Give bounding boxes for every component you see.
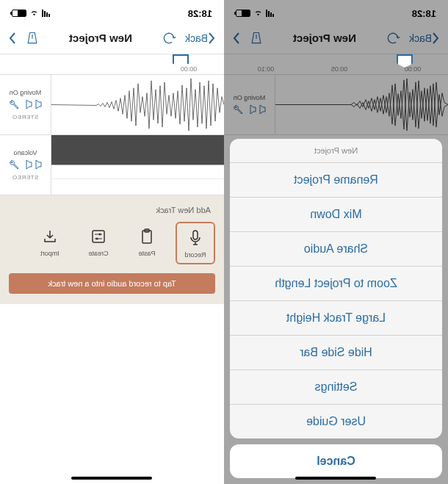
sliders-icon	[88, 226, 109, 247]
svg-point-8	[96, 238, 98, 240]
forward-icon[interactable]	[9, 32, 16, 44]
clipboard-icon	[137, 226, 157, 247]
track-row[interactable]: Moving On STEREO	[0, 75, 224, 135]
wrench-icon[interactable]	[9, 99, 21, 111]
wrench-icon[interactable]	[9, 159, 21, 171]
sheet-hidesidebar[interactable]: Hide Side Bar	[230, 336, 442, 370]
track-mode: STEREO	[12, 174, 39, 181]
sheet-cancel[interactable]: Cancel	[230, 444, 442, 478]
sheet-rename[interactable]: Rename Project	[230, 163, 442, 198]
track-name: Moving On	[10, 89, 42, 96]
svg-point-7	[99, 234, 101, 236]
waveform[interactable]	[51, 135, 224, 195]
create-button[interactable]: Create	[79, 222, 118, 264]
track-row[interactable]: Volcano STEREO	[0, 135, 224, 195]
back-label: Back	[185, 32, 208, 44]
add-buttons: Record Paste Create Import	[9, 222, 215, 264]
tracks-area: Moving On STEREO Volcano	[0, 75, 224, 195]
svg-rect-0	[51, 135, 224, 165]
sheet-trackheight[interactable]: Large Track Height	[230, 301, 442, 336]
add-track-panel: Add New Track Record Paste Create	[0, 195, 224, 304]
svg-rect-4	[93, 231, 104, 242]
timeline-ruler[interactable]: 00:00	[0, 54, 224, 75]
record-label: Record	[185, 251, 206, 259]
playhead[interactable]	[173, 54, 189, 72]
mic-icon	[185, 228, 206, 248]
sheet-zoom[interactable]: Zoom to Project Length	[230, 267, 442, 301]
phone-screen-right: 18:28 Back New Project 00:00	[0, 0, 224, 484]
battery-icon	[12, 10, 26, 17]
status-time: 18:28	[188, 8, 212, 19]
tip-bar: Tap to record audio into a new track	[9, 273, 215, 294]
sheet-settings[interactable]: Settings	[230, 370, 442, 405]
create-label: Create	[89, 250, 109, 257]
playhead[interactable]	[397, 54, 413, 72]
paste-button[interactable]: Paste	[127, 222, 167, 264]
phone-screen-left: 18:28 Back New Project 00:00 00:05 00	[224, 0, 448, 484]
wifi-icon	[29, 10, 39, 17]
add-track-title: Add New Track	[9, 206, 215, 214]
sheet-mixdown[interactable]: Mix Down	[230, 198, 442, 232]
undo-icon[interactable]	[162, 31, 176, 46]
import-button[interactable]: Import	[30, 222, 70, 264]
track-controls: Moving On STEREO	[0, 75, 51, 134]
track-controls: Volcano STEREO	[0, 135, 51, 195]
speaker-icon[interactable]	[26, 159, 43, 170]
paste-label: Paste	[139, 250, 156, 257]
action-sheet: New Project Rename Project Mix Down Shar…	[230, 139, 442, 478]
sheet-share[interactable]: Share Audio	[230, 232, 442, 267]
metronome-icon[interactable]	[25, 31, 40, 46]
nav-bar: Back New Project	[0, 22, 224, 54]
track-mode: STEREO	[12, 114, 39, 120]
page-title: New Project	[69, 32, 132, 44]
track-name: Volcano	[13, 149, 37, 156]
speaker-icon[interactable]	[26, 99, 43, 109]
import-label: Import	[40, 250, 59, 257]
signal-icon	[42, 10, 50, 17]
home-indicator	[72, 477, 153, 480]
status-bar: 18:28	[0, 0, 224, 22]
record-button[interactable]: Record	[176, 222, 215, 264]
status-icons	[12, 10, 50, 17]
waveform[interactable]	[51, 75, 224, 134]
home-indicator	[296, 477, 377, 480]
import-icon	[40, 226, 60, 247]
sheet-userguide[interactable]: User Guide	[230, 405, 442, 438]
back-button[interactable]: Back	[185, 32, 215, 44]
sheet-header: New Project	[230, 139, 442, 163]
